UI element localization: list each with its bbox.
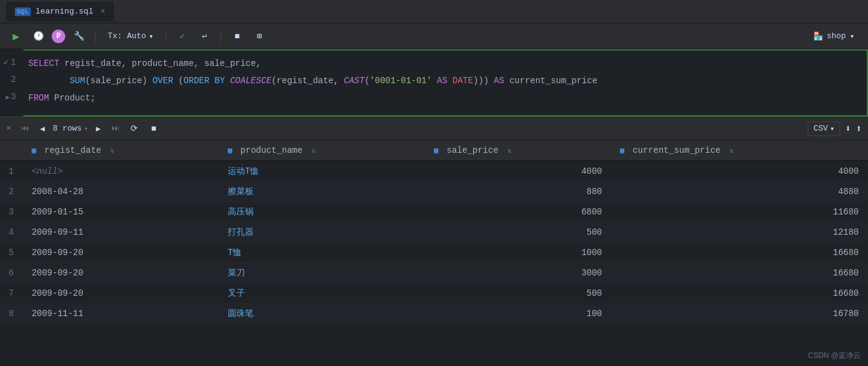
check-mark-1: ✓ (4, 56, 9, 70)
grid-button[interactable]: ⊞ (251, 28, 268, 45)
title-bar: SQL learning.sql × (0, 0, 868, 23)
cell-current-sum-price: 16680 (611, 283, 868, 304)
tx-dropdown-icon: ▾ (148, 31, 153, 41)
divider-3 (220, 30, 221, 43)
stop-results-button[interactable]: ■ (146, 121, 162, 137)
shop-button[interactable]: 🏪 shop ▾ (807, 29, 861, 44)
table-row: 1<null>运动T恤40004000 (0, 161, 868, 182)
p-button[interactable]: P (52, 30, 65, 43)
cell-current-sum-price: 4000 (611, 161, 868, 182)
table-row: 72009-09-20叉子50016680 (0, 283, 868, 304)
results-container: × ⏮ ◀ 8 rows ▾ ▶ ⏭ ⟳ ■ CSV ▾ ⬇ ⬆ ▦ (0, 117, 868, 366)
watermark: CSDN @蓝净云 (808, 351, 861, 361)
results-toolbar: × ⏮ ◀ 8 rows ▾ ▶ ⏭ ⟳ ■ CSV ▾ ⬇ ⬆ (0, 117, 868, 140)
col-header-regist-date[interactable]: ▦ regist_date ⇅ (23, 140, 219, 161)
table-row: 52009-09-20T恤100016680 (0, 243, 868, 263)
fold-icon-3: ▶ (6, 92, 10, 103)
row-num-cell: 4 (0, 222, 23, 243)
cell-product-name: 圆珠笔 (219, 304, 425, 324)
cell-sale-price: 6800 (425, 202, 611, 222)
nav-prev-button[interactable]: ◀ (36, 122, 49, 136)
row-num-cell: 7 (0, 283, 23, 304)
divider-2 (166, 30, 166, 43)
cell-sale-price: 500 (425, 222, 611, 243)
results-table: ▦ regist_date ⇅ ▦ product_name ⇅ ▦ sale_… (0, 140, 868, 324)
cell-product-name: 擦菜板 (219, 182, 425, 202)
code-line-3: FROM Product; (23, 90, 867, 107)
settings-button[interactable]: 🔧 (70, 28, 87, 45)
col-icon-current-sum-price: ▦ (620, 147, 624, 155)
row-num-header (0, 140, 23, 161)
cell-product-name: T恤 (219, 243, 425, 263)
sort-icon-product-name[interactable]: ⇅ (311, 147, 316, 155)
cell-sale-price: 4000 (425, 161, 611, 182)
cell-sale-price: 880 (425, 182, 611, 202)
code-lines[interactable]: SELECT regist_date, product_name, sale_p… (23, 49, 868, 116)
cell-current-sum-price: 4880 (611, 182, 868, 202)
check-button[interactable]: ✓ (174, 28, 191, 45)
refresh-button[interactable]: ⟳ (126, 121, 142, 137)
table-row: 42009-09-11打孔器50012180 (0, 222, 868, 243)
nav-last-button[interactable]: ⏭ (109, 122, 123, 136)
stop-button[interactable]: ■ (228, 28, 246, 45)
col-header-sale-price[interactable]: ▦ sale_price ⇅ (425, 140, 611, 161)
cell-regist-date: <null> (23, 161, 219, 182)
cell-product-name: 叉子 (219, 283, 425, 304)
sql-icon: SQL (15, 7, 31, 16)
cell-current-sum-price: 12180 (611, 222, 868, 243)
csv-export-dropdown[interactable]: CSV ▾ (808, 121, 840, 136)
cell-regist-date: 2009-09-20 (23, 283, 219, 304)
sort-icon-current-sum-price[interactable]: ⇅ (729, 147, 734, 155)
tab-close-button[interactable]: × (100, 7, 105, 16)
results-close-button[interactable]: × (6, 124, 11, 133)
shop-label: shop (827, 31, 846, 41)
cell-sale-price: 500 (425, 283, 611, 304)
line-num-1: ✓ 1 (0, 54, 16, 71)
pin-button[interactable]: ⬆ (856, 123, 862, 135)
col-name-regist-date: regist_date (44, 145, 101, 155)
tab-filename: learning.sql (36, 7, 94, 16)
col-header-product-name[interactable]: ▦ product_name ⇅ (219, 140, 425, 161)
history-button[interactable]: 🕐 (30, 28, 47, 45)
table-row: 22008-04-28擦菜板8804880 (0, 182, 868, 202)
run-button[interactable]: ▶ (7, 28, 25, 45)
nav-next-button[interactable]: ▶ (92, 122, 105, 136)
cell-product-name: 高压锅 (219, 202, 425, 222)
table-row: 32009-01-15高压锅680011680 (0, 202, 868, 222)
shop-dropdown-icon: ▾ (850, 31, 854, 41)
file-tab[interactable]: SQL learning.sql × (6, 2, 114, 22)
cell-sale-price: 100 (425, 304, 611, 324)
results-table-wrap[interactable]: ▦ regist_date ⇅ ▦ product_name ⇅ ▦ sale_… (0, 140, 868, 366)
col-icon-regist-date: ▦ (31, 147, 36, 155)
code-line-2: SUM(sale_price) OVER ( ORDER BY COALESCE… (23, 73, 867, 90)
results-right: CSV ▾ ⬇ ⬆ (808, 121, 862, 136)
table-row: 82009-11-11圆珠笔10016780 (0, 304, 868, 324)
undo-button[interactable]: ↩ (196, 28, 213, 45)
code-editor[interactable]: ✓ 1 2 ▶ 3 SELECT regist_date, product_na… (0, 49, 868, 117)
cell-regist-date: 2009-09-20 (23, 243, 219, 263)
cell-sale-price: 1000 (425, 243, 611, 263)
csv-label: CSV (813, 124, 827, 133)
row-num-cell: 1 (0, 161, 23, 182)
col-icon-sale-price: ▦ (434, 147, 438, 155)
shop-icon: 🏪 (813, 31, 823, 41)
cell-product-name: 打孔器 (219, 222, 425, 243)
toolbar-right: 🏪 shop ▾ (807, 29, 861, 44)
sort-icon-regist-date[interactable]: ⇅ (110, 147, 115, 155)
line-num-3: ▶ 3 (0, 89, 16, 106)
nav-first-button[interactable]: ⏮ (18, 122, 32, 136)
col-header-current-sum-price[interactable]: ▦ current_sum_price ⇅ (611, 140, 868, 161)
rows-info: 8 rows ▾ (53, 124, 88, 133)
sort-icon-sale-price[interactable]: ⇅ (507, 147, 512, 155)
cell-regist-date: 2009-11-11 (23, 304, 219, 324)
cell-current-sum-price: 16680 (611, 263, 868, 283)
cell-current-sum-price: 16680 (611, 243, 868, 263)
row-num-cell: 2 (0, 182, 23, 202)
col-name-current-sum-price: current_sum_price (633, 145, 721, 155)
cell-current-sum-price: 11680 (611, 202, 868, 222)
tx-dropdown[interactable]: Tx: Auto ▾ (103, 29, 158, 44)
tx-label: Tx: Auto (108, 31, 146, 41)
cell-product-name: 菜刀 (219, 263, 425, 283)
rows-dropdown-icon[interactable]: ▾ (84, 125, 88, 132)
download-button[interactable]: ⬇ (845, 123, 851, 135)
